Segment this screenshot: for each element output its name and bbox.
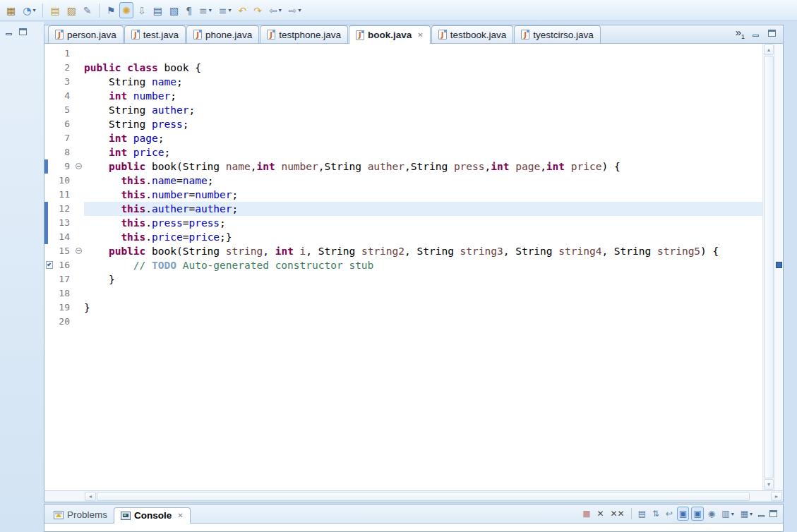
editor-tab-book-java[interactable]: Jbook.java✕ bbox=[349, 25, 431, 44]
back-icon-dropdown[interactable]: ▾ bbox=[279, 7, 282, 13]
annotation-ruler-cell[interactable] bbox=[44, 75, 54, 89]
fold-ruler-cell[interactable] bbox=[73, 244, 84, 258]
annotation-ruler-cell[interactable] bbox=[44, 103, 54, 117]
code-text[interactable]: int page; bbox=[84, 131, 762, 145]
show-whitespace-icon[interactable]: ¶ bbox=[183, 2, 195, 18]
vertical-scroll-track[interactable] bbox=[764, 56, 774, 478]
minimize-panel-button[interactable] bbox=[757, 509, 767, 519]
maximize-editor-button[interactable] bbox=[767, 29, 777, 38]
down-arrow-icon[interactable]: ⇩ bbox=[135, 2, 149, 18]
view-tab-console[interactable]: Console✕ bbox=[114, 507, 191, 524]
code-text[interactable] bbox=[84, 286, 762, 301]
remove-all-launches-icon[interactable]: ✕✕ bbox=[609, 507, 627, 521]
annotation-ruler-cell[interactable] bbox=[44, 216, 54, 230]
annotation-ruler-cell[interactable] bbox=[44, 61, 54, 75]
fold-ruler-cell[interactable] bbox=[73, 258, 84, 272]
code-text[interactable] bbox=[84, 47, 762, 61]
fold-ruler-cell[interactable] bbox=[73, 145, 84, 159]
editor-tab-test-java[interactable]: Jtest.java bbox=[124, 25, 186, 43]
code-text[interactable]: } bbox=[84, 301, 762, 315]
filter-list-icon-dropdown[interactable]: ▾ bbox=[229, 7, 232, 13]
forward-icon-dropdown[interactable]: ▾ bbox=[299, 7, 301, 13]
annotation-ruler-cell[interactable] bbox=[44, 131, 54, 145]
fold-ruler-cell[interactable] bbox=[73, 75, 84, 89]
editor-tab-testbook-java[interactable]: Jtestbook.java bbox=[431, 25, 514, 43]
scroll-down-icon[interactable]: ▾ bbox=[764, 479, 774, 490]
fold-ruler-cell[interactable] bbox=[73, 230, 84, 244]
word-wrap-icon[interactable]: ↩ bbox=[664, 507, 675, 521]
close-icon[interactable]: ✕ bbox=[177, 512, 183, 519]
scroll-right-icon[interactable]: ▸ bbox=[771, 492, 782, 501]
clear-console-icon[interactable]: ▤ bbox=[636, 507, 648, 521]
collapse-icon[interactable] bbox=[76, 163, 82, 169]
fold-ruler-cell[interactable] bbox=[73, 159, 84, 174]
code-text[interactable]: String auther; bbox=[84, 103, 762, 117]
fold-ruler-cell[interactable] bbox=[73, 286, 84, 301]
view-tab-problems[interactable]: Problems bbox=[47, 507, 114, 523]
fold-ruler-cell[interactable] bbox=[73, 174, 84, 188]
editor-tab-testphone-java[interactable]: Jtestphone.java bbox=[260, 25, 348, 43]
code-text[interactable]: public class book { bbox=[84, 61, 762, 75]
annotation-ruler-cell[interactable] bbox=[44, 188, 54, 202]
annotation-ruler-cell[interactable] bbox=[44, 89, 54, 103]
tab-overflow-chevron[interactable]: »1 bbox=[736, 27, 745, 40]
fold-ruler-cell[interactable] bbox=[73, 61, 84, 75]
code-text[interactable]: public book(String name,int number,Strin… bbox=[84, 159, 762, 174]
annotation-ruler-cell[interactable] bbox=[44, 315, 54, 329]
minimize-editor-button[interactable] bbox=[751, 29, 761, 38]
code-text[interactable]: this.auther=auther; bbox=[84, 202, 762, 216]
edit-tool-icon[interactable]: ✎ bbox=[80, 2, 95, 18]
code-text[interactable]: this.number=number; bbox=[84, 188, 762, 202]
stderr-toggle-icon[interactable]: ▣ bbox=[691, 507, 703, 521]
horizontal-scroll-track[interactable] bbox=[97, 491, 770, 502]
sort-list-icon[interactable]: ≡▾ bbox=[196, 2, 215, 18]
fold-ruler-cell[interactable] bbox=[73, 117, 84, 131]
editor-tab-tyestcirso-java[interactable]: Jtyestcirso.java bbox=[514, 25, 601, 43]
annotation-ruler-cell[interactable] bbox=[44, 174, 54, 188]
collapse-icon[interactable] bbox=[76, 248, 82, 254]
scroll-left-icon[interactable]: ◂ bbox=[85, 492, 96, 501]
scroll-lock-icon[interactable]: ⇅ bbox=[650, 507, 661, 521]
open-folder-icon[interactable]: ▤ bbox=[47, 2, 62, 18]
code-text[interactable]: this.price=price;} bbox=[84, 230, 762, 244]
annotation-ruler-cell[interactable] bbox=[44, 272, 54, 286]
annotation-ruler-cell[interactable] bbox=[44, 244, 54, 258]
close-icon[interactable]: ✕ bbox=[417, 31, 423, 39]
new-wizard-button[interactable]: ◔▾ bbox=[20, 2, 38, 18]
restore-view-button[interactable] bbox=[18, 28, 28, 37]
highlight-toggle-icon[interactable]: ✺ bbox=[119, 2, 133, 18]
code-text[interactable]: this.name=name; bbox=[84, 174, 762, 188]
open-console-icon-dropdown[interactable]: ▾ bbox=[750, 511, 753, 517]
vertical-scrollbar[interactable]: ▴ ▾ bbox=[762, 44, 774, 490]
display-console-icon-dropdown[interactable]: ▾ bbox=[731, 511, 734, 517]
vertical-scroll-thumb[interactable] bbox=[764, 56, 774, 478]
sort-list-icon-dropdown[interactable]: ▾ bbox=[209, 7, 212, 13]
code-text[interactable]: String name; bbox=[84, 75, 762, 89]
horizontal-scroll-thumb[interactable] bbox=[97, 492, 750, 501]
annotation-ruler-cell[interactable] bbox=[44, 47, 54, 61]
terminate-icon[interactable]: ■ bbox=[580, 507, 592, 521]
minimize-view-button[interactable] bbox=[4, 28, 14, 37]
code-text[interactable]: } bbox=[84, 272, 762, 286]
code-text[interactable]: // TODO Auto-generated constructor stub bbox=[84, 258, 762, 272]
back-icon[interactable]: ⇦▾ bbox=[266, 2, 284, 18]
code-text[interactable]: int number; bbox=[84, 89, 762, 103]
maximize-panel-button[interactable] bbox=[769, 509, 779, 519]
fold-ruler-cell[interactable] bbox=[73, 272, 84, 286]
fold-ruler-cell[interactable] bbox=[73, 301, 84, 315]
fold-ruler-cell[interactable] bbox=[73, 202, 84, 216]
task-overview-marker[interactable] bbox=[776, 262, 782, 268]
fold-ruler-cell[interactable] bbox=[73, 188, 84, 202]
display-console-icon[interactable]: ▥▾ bbox=[719, 507, 736, 521]
stdout-toggle-icon[interactable]: ▣ bbox=[677, 507, 689, 521]
annotation-ruler-cell[interactable] bbox=[44, 159, 54, 174]
fold-ruler-cell[interactable] bbox=[73, 315, 84, 329]
debug-flag-icon[interactable]: ⚑ bbox=[104, 2, 119, 18]
code-text[interactable] bbox=[84, 315, 762, 329]
new-window-icon[interactable]: ▦ bbox=[4, 2, 18, 18]
new-wizard-button-dropdown[interactable]: ▾ bbox=[32, 7, 35, 13]
forward-icon[interactable]: ⇨▾ bbox=[286, 2, 304, 18]
code-text[interactable]: public book(String string, int i, String… bbox=[84, 244, 762, 258]
annotation-ruler-cell[interactable] bbox=[44, 301, 54, 315]
editor-tab-person-java[interactable]: Jperson.java bbox=[48, 25, 124, 43]
